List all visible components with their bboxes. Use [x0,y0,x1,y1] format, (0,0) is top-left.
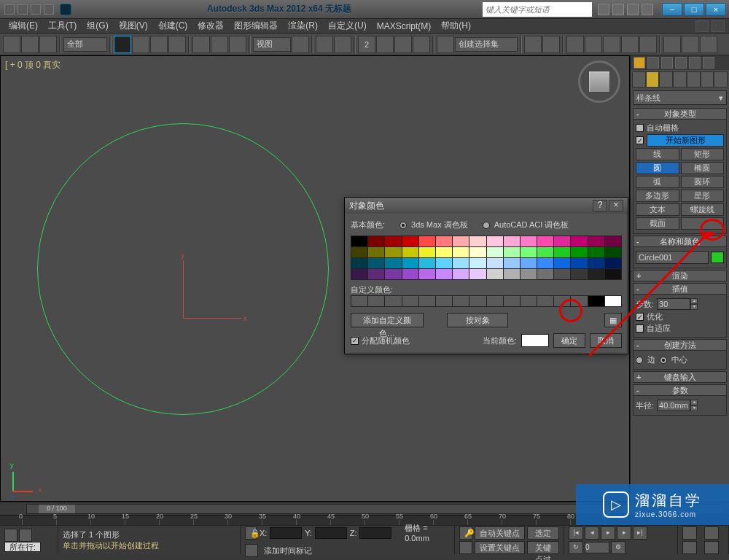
object-color-swatch[interactable] [711,252,724,263]
active-color-icon[interactable]: ▦ [604,313,622,327]
adaptive-checkbox[interactable] [636,324,644,332]
key-filters-dropdown[interactable]: 选定对象 [527,526,559,540]
custom-swatch[interactable] [419,296,435,306]
custom-swatch[interactable] [368,296,384,306]
select-icon[interactable] [114,36,131,53]
helpers-tab[interactable] [687,71,701,88]
custom-swatch[interactable] [351,296,367,306]
object-name-input[interactable]: Circle001 [636,251,709,264]
color-swatch[interactable] [351,236,367,246]
shape-type-button[interactable]: 星形 [681,190,725,202]
color-swatch[interactable] [469,269,486,279]
render-icon[interactable] [700,36,717,53]
next-frame-icon[interactable]: ▸ [617,526,631,540]
color-swatch[interactable] [605,236,621,246]
named-selection-set[interactable]: 创建选择集 [455,37,518,52]
edit-named-icon[interactable] [437,36,454,53]
custom-swatch[interactable] [571,296,587,306]
maximize-viewport-icon[interactable] [704,541,719,554]
menu-item[interactable]: 自定义(U) [324,18,371,34]
play-icon[interactable]: ▸ [601,526,615,540]
color-swatch[interactable] [402,247,418,257]
color-swatch[interactable] [537,247,553,257]
color-swatch[interactable] [453,269,469,279]
schematic-icon[interactable] [621,36,639,53]
color-swatch[interactable] [554,236,570,246]
create-panel-icon[interactable] [634,57,645,69]
zoom-icon[interactable] [704,526,719,540]
custom-swatch[interactable] [453,296,469,306]
isolate-icon[interactable] [245,544,258,557]
manipulate-icon[interactable] [316,36,333,53]
color-swatch[interactable] [402,258,418,268]
redo-icon[interactable] [44,4,54,15]
viewport-label[interactable]: [ + 0 顶 0 真实 [5,59,61,71]
shape-type-button[interactable]: 椭圆 [681,162,725,174]
color-swatch[interactable] [385,236,401,246]
custom-swatch[interactable] [436,296,452,306]
z-field[interactable] [359,527,391,539]
rotate-icon[interactable] [211,36,228,53]
search-input[interactable] [483,2,592,17]
lock-ui-icon[interactable] [712,20,725,32]
color-swatch[interactable] [351,269,367,279]
color-swatch[interactable] [419,258,435,268]
color-swatch[interactable] [504,269,520,279]
menu-item[interactable]: 帮助(H) [437,18,475,34]
custom-swatch[interactable] [521,296,537,306]
color-swatch[interactable] [571,236,587,246]
color-swatch[interactable] [554,269,570,279]
orbit-icon[interactable] [682,541,697,554]
color-swatch[interactable] [436,258,452,268]
color-swatch[interactable] [487,236,503,246]
scale-icon[interactable] [229,36,246,53]
palette-max-radio[interactable] [399,222,407,229]
menu-item[interactable]: 图形编辑器 [230,18,282,34]
shape-type-button[interactable]: 圆环 [681,176,725,188]
ref-coord-dropdown[interactable]: 视图 [253,37,291,52]
custom-swatch[interactable] [469,296,486,306]
color-swatch[interactable] [469,236,486,246]
dialog-help-button[interactable]: ? [593,200,607,211]
color-swatch[interactable] [554,247,570,257]
set-key-button[interactable]: 设置关键点 [475,541,525,554]
snap-2d-icon[interactable]: 2 [358,36,375,53]
shape-type-button[interactable]: 矩形 [681,148,725,160]
custom-swatch[interactable] [487,296,503,306]
color-swatch[interactable] [521,258,537,268]
color-swatch[interactable] [588,247,604,257]
color-swatch[interactable] [385,269,401,279]
color-swatch[interactable] [504,258,520,268]
help-icon[interactable] [642,4,653,15]
color-swatch[interactable] [469,247,486,257]
random-color-checkbox[interactable]: ✓ [351,337,359,345]
menu-item[interactable]: 编辑(E) [4,18,42,34]
custom-swatch[interactable] [402,296,418,306]
align-icon[interactable] [542,36,560,53]
spinner-down-icon[interactable]: ▾ [690,304,698,310]
color-swatch[interactable] [419,269,435,279]
minimize-button[interactable]: − [662,3,682,16]
cameras-tab[interactable] [673,71,687,88]
material-icon[interactable] [639,36,657,53]
color-swatch[interactable] [469,258,486,268]
shape-type-button[interactable]: 线 [636,148,679,160]
color-swatch[interactable] [605,247,621,257]
color-swatch[interactable] [453,247,469,257]
space-warps-tab[interactable] [701,71,714,88]
listener-icon[interactable] [19,529,32,542]
y-field[interactable] [315,527,347,539]
key-filter-button[interactable]: 关键点过滤器… [527,541,559,554]
move-icon[interactable] [192,36,210,53]
curve-editor-icon[interactable] [603,36,620,53]
color-swatch[interactable] [605,258,621,268]
snap-angle-icon[interactable] [376,36,394,53]
color-swatch[interactable] [571,258,587,268]
custom-swatch[interactable] [605,296,621,306]
color-swatch[interactable] [368,269,384,279]
custom-swatch[interactable] [537,296,553,306]
favorite-icon[interactable] [627,4,639,15]
geometry-tab[interactable] [632,71,646,88]
autogrid-checkbox[interactable] [636,124,644,132]
color-swatch[interactable] [402,236,418,246]
